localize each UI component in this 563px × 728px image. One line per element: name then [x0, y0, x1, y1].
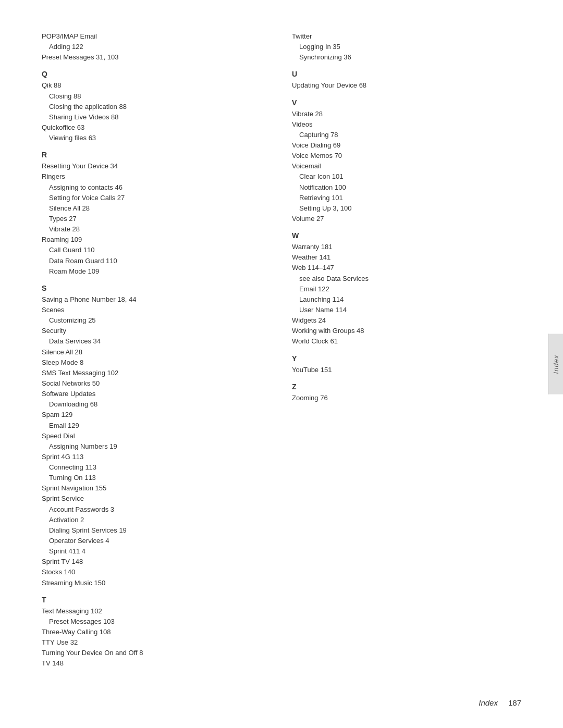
- index-entry: Data Services 34: [42, 336, 271, 347]
- index-entry: Three-Way Calling 108: [42, 627, 271, 637]
- index-entry: Silence All 28: [42, 347, 271, 357]
- index-entry: Roaming 109: [42, 235, 271, 245]
- index-entry: Software Updates: [42, 389, 271, 399]
- index-entry: Volume 27: [292, 214, 521, 224]
- index-entry: Silence All 28: [42, 203, 271, 214]
- index-entry: Updating Your Device 68: [292, 80, 521, 91]
- right-column: TwitterLogging In 35Synchronizing 36UUpd…: [292, 31, 521, 669]
- index-entry: Streaming Music 150: [42, 578, 271, 588]
- index-entry: Customizing 25: [42, 315, 271, 326]
- index-entry: Retrieving 101: [292, 193, 521, 203]
- index-entry: World Clock 61: [292, 336, 521, 347]
- index-entry: Working with Groups 48: [292, 326, 521, 336]
- index-entry: Sprint TV 148: [42, 557, 271, 567]
- index-entry: Scenes: [42, 305, 271, 315]
- index-entry: Sleep Mode 8: [42, 357, 271, 368]
- index-entry: Roam Mode 109: [42, 266, 271, 277]
- index-entry: Saving a Phone Number 18, 44: [42, 294, 271, 305]
- index-entry: Security: [42, 326, 271, 336]
- index-entry: Activation 2: [42, 515, 271, 525]
- section-letter-t: T: [42, 596, 271, 604]
- index-entry: Web 114–147: [292, 263, 521, 273]
- section-letter-y: Y: [292, 354, 521, 363]
- index-entry: Clear Icon 101: [292, 171, 521, 182]
- index-entry: Qik 88: [42, 80, 271, 91]
- index-entry: SMS Text Messaging 102: [42, 368, 271, 378]
- index-entry: Adding 122: [42, 42, 271, 52]
- index-entry: Warranty 181: [292, 242, 521, 252]
- index-entry: Resetting Your Device 34: [42, 161, 271, 171]
- index-entry: Weather 141: [292, 252, 521, 263]
- index-entry: Account Passwords 3: [42, 504, 271, 515]
- index-entry: Voicemail: [292, 161, 521, 171]
- footer-page: 187: [508, 698, 521, 707]
- page-container: POP3/IMAP EmailAdding 122Preset Messages…: [0, 0, 563, 728]
- index-entry: Videos: [292, 119, 521, 130]
- footer: Index 187: [0, 698, 563, 707]
- footer-label: Index: [479, 698, 498, 707]
- index-entry: Quickoffice 63: [42, 122, 271, 133]
- index-entry: Email 122: [292, 284, 521, 294]
- index-entry: TTY Use 32: [42, 637, 271, 648]
- index-entry: Viewing files 63: [42, 133, 271, 143]
- index-entry: Types 27: [42, 214, 271, 224]
- index-entry: Dialing Sprint Services 19: [42, 525, 271, 536]
- index-entry: Capturing 78: [292, 130, 521, 140]
- index-entry: Downloading 68: [42, 399, 271, 410]
- index-entry: Data Roam Guard 110: [42, 256, 271, 266]
- index-entry: Social Networks 50: [42, 378, 271, 389]
- index-entry: Email 129: [42, 421, 271, 431]
- index-entry: Preset Messages 103: [42, 616, 271, 627]
- index-entry: Assigning to contacts 46: [42, 182, 271, 193]
- index-entry: YouTube 151: [292, 365, 521, 375]
- index-entry: Setting Up 3, 100: [292, 203, 521, 214]
- side-tab: Index: [548, 334, 563, 394]
- index-entry: POP3/IMAP Email: [42, 31, 271, 42]
- index-entry: Zooming 76: [292, 393, 521, 403]
- index-entry: Connecting 113: [42, 462, 271, 473]
- index-entry: Closing the application 88: [42, 102, 271, 112]
- index-entry: Widgets 24: [292, 315, 521, 326]
- index-entry: Vibrate 28: [42, 224, 271, 235]
- index-entry: User Name 114: [292, 305, 521, 315]
- index-entry: Voice Memos 70: [292, 151, 521, 161]
- index-entry: Operator Services 4: [42, 536, 271, 546]
- index-entry: Launching 114: [292, 294, 521, 305]
- index-entry: Sharing Live Videos 88: [42, 112, 271, 122]
- section-letter-w: W: [292, 231, 521, 240]
- index-entry: TV 148: [42, 658, 271, 669]
- index-entry: see also Data Services: [292, 274, 521, 284]
- index-entry: Call Guard 110: [42, 245, 271, 255]
- section-letter-u: U: [292, 70, 521, 78]
- section-letter-z: Z: [292, 382, 521, 391]
- index-entry: Sprint Service: [42, 493, 271, 504]
- index-entry: Setting for Voice Calls 27: [42, 193, 271, 203]
- section-letter-s: S: [42, 284, 271, 292]
- index-entry: Vibrate 28: [292, 109, 521, 119]
- index-entry: Voice Dialing 69: [292, 140, 521, 151]
- section-letter-q: Q: [42, 70, 271, 78]
- index-entry: Twitter: [292, 31, 521, 42]
- left-column: POP3/IMAP EmailAdding 122Preset Messages…: [42, 31, 271, 669]
- index-entry: Logging In 35: [292, 42, 521, 52]
- index-entry: Preset Messages 31, 103: [42, 52, 271, 63]
- section-letter-v: V: [292, 98, 521, 107]
- index-entry: Speed Dial: [42, 431, 271, 441]
- section-letter-r: R: [42, 151, 271, 159]
- index-entry: Synchronizing 36: [292, 52, 521, 63]
- index-entry: Assigning Numbers 19: [42, 441, 271, 452]
- content-area: POP3/IMAP EmailAdding 122Preset Messages…: [42, 31, 521, 669]
- index-entry: Sprint Navigation 155: [42, 483, 271, 493]
- index-entry: Turning Your Device On and Off 8: [42, 648, 271, 658]
- index-entry: Spam 129: [42, 410, 271, 420]
- index-entry: Notification 100: [292, 182, 521, 193]
- index-entry: Closing 88: [42, 91, 271, 102]
- index-entry: Sprint 411 4: [42, 546, 271, 557]
- side-tab-label: Index: [552, 354, 560, 374]
- index-entry: Sprint 4G 113: [42, 452, 271, 462]
- index-entry: Turning On 113: [42, 473, 271, 483]
- index-entry: Text Messaging 102: [42, 606, 271, 616]
- index-entry: Stocks 140: [42, 567, 271, 577]
- index-entry: Ringers: [42, 171, 271, 182]
